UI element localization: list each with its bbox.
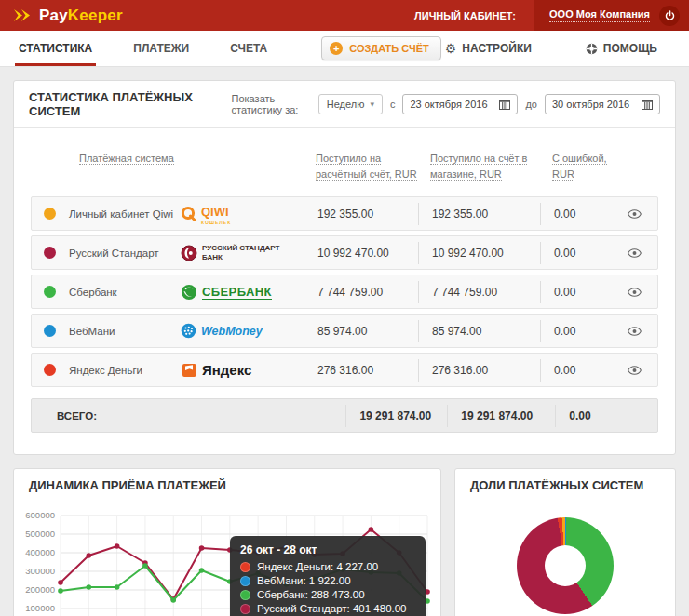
view-details-eye-icon[interactable] <box>613 327 655 336</box>
sberbank-logo-text: СБЕРБАНК <box>202 285 272 300</box>
table-header: Платёжная система Поступило на расчётный… <box>31 151 658 181</box>
tooltip-row: Сбербанк: 288 473.00 <box>240 589 415 600</box>
table-row-sberbank: Сбербанк СБЕРБАНК 7 744 759.00 7 744 759… <box>31 275 658 309</box>
yandex-logo-text: Яндекс <box>202 362 251 378</box>
column-account[interactable]: Поступило на расчётный счёт, RUR <box>316 153 417 181</box>
view-details-eye-icon[interactable] <box>613 288 655 297</box>
sberbank-dot-icon <box>240 590 250 600</box>
table-row-russian-standard: Русский Стандарт Русский СтандартБанк 10… <box>31 235 658 270</box>
tab-invoices[interactable]: СЧЕТА <box>230 31 267 66</box>
system-color-dot <box>44 364 56 376</box>
russian-standard-dot-icon <box>240 604 250 614</box>
shop-amount: 85 974.00 <box>418 320 540 342</box>
svg-text:400000: 400000 <box>25 547 55 557</box>
column-system[interactable]: Платёжная система <box>79 153 174 165</box>
column-shop[interactable]: Поступило на счёт в магазине, RUR <box>430 153 527 181</box>
tooltip-row: Русский Стандарт: 401 480.00 <box>240 603 415 614</box>
help-link[interactable]: ПОМОЩЬ <box>586 42 657 55</box>
account-amount: 7 744 759.00 <box>304 281 418 303</box>
svg-text:300000: 300000 <box>25 566 55 576</box>
account-label: ЛИЧНЫЙ КАБИНЕТ: <box>414 10 516 21</box>
total-shop-amount: 19 291 874.00 <box>447 405 555 427</box>
help-label: ПОМОЩЬ <box>603 42 657 55</box>
shares-donut-wrap <box>517 517 614 614</box>
error-amount: 0.00 <box>540 281 613 303</box>
yandex-book-icon <box>181 363 197 378</box>
system-name: ВебМани <box>69 326 181 337</box>
from-label: с <box>390 99 396 110</box>
table-row-yandex: Яндекс Деньги Яндекс 276 316.00 276 316.… <box>31 353 658 387</box>
tooltip-date-range: 26 окт - 28 окт <box>240 543 415 556</box>
account-amount: 10 992 470.00 <box>304 242 418 264</box>
company-link[interactable]: ООО Моя Компания <box>549 8 650 22</box>
russian-standard-logo-text: Русский Стандарт <box>202 244 279 252</box>
plus-icon: + <box>330 42 343 55</box>
total-label: ВСЕГО: <box>32 410 239 422</box>
date-to-input[interactable] <box>552 99 634 110</box>
tooltip-row: Яндекс Деньги: 4 227.00 <box>240 561 415 572</box>
chart-tooltip: 26 окт - 28 окт Яндекс Деньги: 4 227.00 … <box>230 536 426 616</box>
total-error-amount: 0.00 <box>555 405 620 427</box>
webmoney-logo: WebMoney <box>181 323 304 339</box>
russian-standard-emblem-icon <box>181 245 197 261</box>
russian-standard-logo: Русский СтандартБанк <box>181 244 304 261</box>
error-amount: 0.00 <box>540 242 613 264</box>
qiwi-q-icon <box>181 206 196 221</box>
period-value: Неделю <box>327 99 365 110</box>
tooltip-row: ВебМани: 1 922.00 <box>240 575 415 586</box>
main-nav: СТАТИСТИКА ПЛАТЕЖИ СЧЕТА + СОЗДАТЬ СЧЁТ … <box>0 31 689 67</box>
top-bar: PayKeeper ЛИЧНЫЙ КАБИНЕТ: ООО Моя Компан… <box>0 0 689 31</box>
account-amount: 276 316.00 <box>304 359 418 382</box>
payment-systems-table: Платёжная система Поступило на расчётный… <box>14 128 675 454</box>
shop-amount: 7 744 759.00 <box>418 281 540 303</box>
system-color-dot <box>44 247 56 259</box>
total-account-amount: 19 291 874.00 <box>345 405 447 427</box>
view-details-eye-icon[interactable] <box>613 248 655 258</box>
webmoney-logo-text: WebMoney <box>201 325 263 338</box>
settings-link[interactable]: ⚙ НАСТРОЙКИ <box>445 42 532 55</box>
date-from-input[interactable] <box>410 99 492 110</box>
account-amount: 192 355.00 <box>304 203 418 225</box>
gear-icon: ⚙ <box>445 42 457 55</box>
dynamics-panel-title: ДИНАМИКА ПРИЁМА ПЛАТЕЖЕЙ <box>29 478 226 492</box>
tab-payments[interactable]: ПЛАТЕЖИ <box>133 31 189 66</box>
statistics-panel-title: СТАТИСТИКА ПЛАТЁЖНЫХ СИСТЕМ <box>29 90 232 118</box>
table-row-qiwi: Личный кабинет Qiwi QIWIКОШЕЛЕК 192 355.… <box>31 196 658 231</box>
shares-panel: ДОЛИ ПЛАТЁЖНЫХ СИСТЕМ 1.4 % 0.4 % 40.1 %… <box>454 468 676 616</box>
table-row-total: ВСЕГО: 19 291 874.00 19 291 874.00 0.00 <box>31 398 658 433</box>
system-name: Русский Стандарт <box>69 248 181 259</box>
filter-label: Показать статистику за: <box>232 93 311 115</box>
date-to-box <box>545 94 660 114</box>
calendar-icon[interactable] <box>499 99 510 110</box>
logout-button[interactable] <box>659 6 680 26</box>
dynamics-panel: ДИНАМИКА ПРИЁМА ПЛАТЕЖЕЙ 010000020000030… <box>13 468 441 616</box>
sberbank-emblem-icon <box>181 284 197 301</box>
create-invoice-button[interactable]: + СОЗДАТЬ СЧЁТ <box>321 36 441 60</box>
svg-text:100000: 100000 <box>25 603 55 613</box>
tab-statistics[interactable]: СТАТИСТИКА <box>19 31 92 66</box>
system-color-dot <box>44 325 56 337</box>
calendar-icon[interactable] <box>642 99 653 110</box>
create-invoice-label: СОЗДАТЬ СЧЁТ <box>349 43 429 54</box>
account-amount: 85 974.00 <box>304 320 418 342</box>
paykeeper-logo[interactable]: PayKeeper <box>13 7 123 25</box>
system-name: Сбербанк <box>69 287 181 298</box>
shares-panel-title: ДОЛИ ПЛАТЁЖНЫХ СИСТЕМ <box>470 478 643 492</box>
system-name: Яндекс Деньги <box>69 365 181 376</box>
date-from-box <box>402 94 518 114</box>
to-label: до <box>525 99 537 110</box>
system-name: Личный кабинет Qiwi <box>69 208 181 220</box>
view-details-eye-icon[interactable] <box>613 366 655 375</box>
shop-amount: 192 355.00 <box>418 203 540 225</box>
column-errors[interactable]: С ошибкой, RUR <box>552 153 607 181</box>
view-details-eye-icon[interactable] <box>613 209 655 219</box>
period-select[interactable]: Неделю ▾ <box>318 94 383 114</box>
shop-amount: 10 992 470.00 <box>418 242 540 264</box>
svg-text:500000: 500000 <box>25 529 55 539</box>
error-amount: 0.00 <box>540 320 613 342</box>
statistics-filter: Показать статистику за: Неделю ▾ с до <box>232 93 660 115</box>
donut-hole <box>545 545 586 586</box>
svg-text:200000: 200000 <box>25 584 55 595</box>
webmoney-globe-icon <box>181 323 196 339</box>
dynamics-chart-area: 0100000200000300000400000500000600000 26… <box>14 502 440 616</box>
